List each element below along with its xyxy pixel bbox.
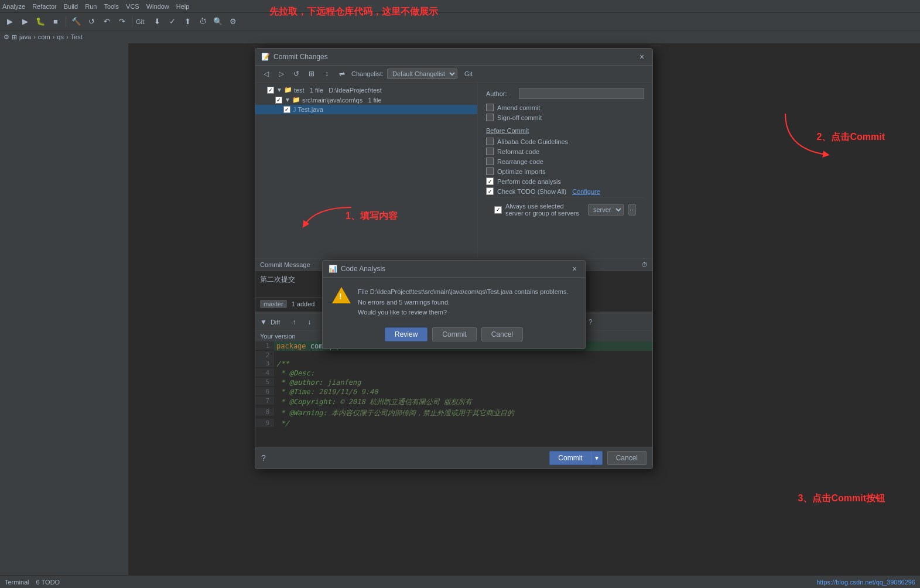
git-commit[interactable]: ✓ <box>166 15 179 28</box>
changelist-select[interactable]: Default Changelist <box>387 69 457 79</box>
breadcrumb: ⚙ ⊞ java › com › qs › Test <box>0 30 920 43</box>
ca-message-3: Would you like to review them? <box>358 307 568 318</box>
cb-optimize[interactable] <box>486 167 494 175</box>
commit-dropdown-btn[interactable]: ▾ <box>591 451 603 465</box>
line-num-4: 4 <box>255 368 274 377</box>
breadcrumb-sep1: › <box>33 33 36 40</box>
status-url[interactable]: https://blog.csdn.net/qq_39086296 <box>816 579 915 586</box>
dialog-back-btn[interactable]: ◁ <box>260 68 272 80</box>
folder-icon-test: 📁 <box>284 86 292 94</box>
breadcrumb-settings-icon[interactable]: ⚙ <box>4 33 9 41</box>
menu-window[interactable]: Window <box>146 3 169 10</box>
push-always-label: Always use selected server or group of s… <box>505 203 583 217</box>
tree-item-test[interactable]: ▼ 📁 test 1 file D:\IdeaProject\test <box>255 85 477 95</box>
git-history[interactable]: ⏱ <box>196 15 209 28</box>
cb-reformat[interactable] <box>486 148 494 155</box>
amend-commit-label: Amend commit <box>497 104 540 111</box>
push-server-dropdown[interactable]: server <box>588 204 624 216</box>
cb-analysis[interactable] <box>486 177 494 185</box>
author-input[interactable] <box>519 88 644 99</box>
tree-label-test: test 1 file D:\IdeaProject\test <box>294 87 382 94</box>
cb-alibaba[interactable] <box>486 138 494 145</box>
line-content-9: */ <box>274 419 652 428</box>
option-analysis: Perform code analysis <box>486 177 644 185</box>
line-content-2 <box>274 351 652 352</box>
push-dots-btn[interactable]: ··· <box>628 204 636 216</box>
review-button[interactable]: Review <box>385 327 427 341</box>
ca-dialog-icon: 📊 <box>329 265 337 273</box>
menu-tools[interactable]: Tools <box>104 3 119 10</box>
author-row: Author: <box>486 88 644 99</box>
breadcrumb-test[interactable]: Test <box>71 33 83 40</box>
commit-dialog-icon: 📝 <box>261 53 270 61</box>
menu-analyze[interactable]: Analyze <box>2 3 25 10</box>
breadcrumb-qs: qs <box>57 33 64 40</box>
stop-btn[interactable]: ■ <box>49 15 62 28</box>
cb-todo[interactable] <box>486 187 494 195</box>
menu-vcs[interactable]: VCS <box>126 3 139 10</box>
status-terminal[interactable]: Terminal <box>5 579 29 586</box>
status-bar: Terminal 6 TODO https://blog.csdn.net/qq… <box>0 575 920 588</box>
dialog-refresh-btn[interactable]: ↺ <box>290 68 302 80</box>
menu-help[interactable]: Help <box>176 3 190 10</box>
option-optimize: Optimize imports <box>486 167 644 175</box>
code-line-9: 9 */ <box>255 419 652 428</box>
tree-cb-java[interactable] <box>283 106 290 113</box>
sign-off-cb[interactable] <box>486 114 494 121</box>
code-line-4: 4 * @Desc: <box>255 368 652 378</box>
amend-commit-cb[interactable] <box>486 104 494 111</box>
ca-titlebar-left: 📊 Code Analysis <box>329 265 385 273</box>
breadcrumb-sep3: › <box>66 33 69 40</box>
cb-rearrange[interactable] <box>486 158 494 165</box>
dialog-filter-btn[interactable]: ⇌ <box>336 68 348 80</box>
push-always-cb[interactable] <box>494 206 502 214</box>
diff-help-btn[interactable]: ? <box>584 316 596 328</box>
status-todo[interactable]: 6 TODO <box>36 579 60 586</box>
diff-down-btn[interactable]: ↓ <box>303 316 315 328</box>
ca-commit-button[interactable]: Commit <box>432 327 476 341</box>
line-num-9: 9 <box>255 419 274 427</box>
line-num-6: 6 <box>255 387 274 395</box>
diff-up-btn[interactable]: ↑ <box>288 316 300 328</box>
option-reformat: Reformat code <box>486 148 644 155</box>
ca-cancel-button[interactable]: Cancel <box>481 327 523 341</box>
debug-btn[interactable]: 🐛 <box>34 15 47 28</box>
tree-label-java: Test.java <box>298 106 323 113</box>
breadcrumb-expand-icon[interactable]: ⊞ <box>12 33 17 41</box>
config-dropdown[interactable]: ▶ <box>4 15 16 28</box>
tree-cb-src[interactable] <box>275 97 282 104</box>
settings-btn[interactable]: ⚙ <box>227 15 240 28</box>
code-viewer: 1 package com.qs; 2 3 /** 4 * @Desc: <box>255 341 652 447</box>
configure-link[interactable]: Configure <box>572 188 600 195</box>
git-tab[interactable]: Git <box>461 69 476 78</box>
dialog-grid-btn[interactable]: ⊞ <box>306 68 317 80</box>
tree-item-test-java[interactable]: J Test.java <box>255 105 477 114</box>
dialog-sort-btn[interactable]: ↕ <box>321 68 333 80</box>
left-panel <box>0 43 129 575</box>
dialog-forward-btn[interactable]: ▷ <box>275 68 287 80</box>
help-button[interactable]: ? <box>261 453 266 463</box>
sync-btn[interactable]: ↺ <box>85 15 98 28</box>
undo-btn[interactable]: ↶ <box>100 15 113 28</box>
cancel-button[interactable]: Cancel <box>607 451 647 465</box>
search-btn[interactable]: 🔍 <box>211 15 224 28</box>
tree-cb-test[interactable] <box>267 87 274 94</box>
menu-run[interactable]: Run <box>85 3 97 10</box>
build-btn[interactable]: 🔨 <box>70 15 83 28</box>
label-optimize: Optimize imports <box>497 168 546 175</box>
menu-refactor[interactable]: Refactor <box>32 3 57 10</box>
menu-build[interactable]: Build <box>64 3 78 10</box>
breadcrumb-java: java <box>19 33 31 40</box>
amend-commit-row: Amend commit <box>486 104 644 111</box>
run-btn[interactable]: ▶ <box>19 15 32 28</box>
redo-btn[interactable]: ↷ <box>115 15 128 28</box>
code-line-7: 7 * @Copyright: © 2018 杭州凯立通信有限公司 版权所有 <box>255 396 652 408</box>
git-update[interactable]: ⬇ <box>151 15 163 28</box>
tree-item-src[interactable]: ▼ 📁 src\main\java\com\qs 1 file <box>255 95 477 105</box>
commit-button[interactable]: Commit <box>549 451 590 465</box>
commit-dialog-close[interactable]: × <box>637 52 647 61</box>
ca-dialog-close[interactable]: × <box>570 264 579 274</box>
ca-message-1: File D:\IdeaProject\test\src\main\java\c… <box>358 287 568 298</box>
git-push[interactable]: ⬆ <box>181 15 194 28</box>
menu-bar: Analyze Refactor Build Run Tools VCS Win… <box>0 0 920 13</box>
